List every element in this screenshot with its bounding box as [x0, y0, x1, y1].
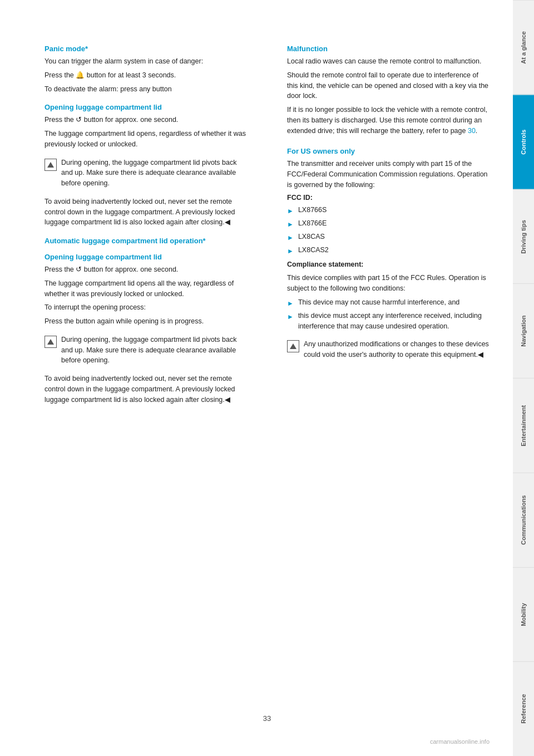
- fcc-id-value: LX8766E: [298, 218, 327, 229]
- note-icon-3: [287, 340, 299, 352]
- auto-text3: To interrupt the opening process:: [44, 302, 248, 313]
- auto-title: Automatic luggage compartment lid operat…: [44, 237, 248, 245]
- panic-mode-text1: You can trigger the alarm system in case…: [44, 56, 248, 67]
- auto-text1: Press the ↺ button for approx. one secon…: [44, 264, 248, 275]
- sidebar-tab-communications[interactable]: Communications: [513, 473, 534, 567]
- compliance-label: Compliance statement:: [287, 259, 491, 270]
- opening-lid-text1: Press the ↺ button for approx. one secon…: [44, 115, 248, 125]
- fcc-title: For US owners only: [287, 147, 491, 155]
- auto-text4: Press the button again while opening is …: [44, 316, 248, 327]
- fcc-id-value: LX8CAS: [298, 232, 325, 242]
- opening-lid-text2: The luggage compartment lid opens, regar…: [44, 129, 248, 150]
- note-icon-1: [44, 159, 57, 171]
- left-column: Panic mode* You can trigger the alarm sy…: [44, 45, 259, 711]
- triangle-icon-3: [290, 343, 296, 349]
- list-item: ► LX8CAS: [287, 232, 491, 243]
- fcc-id-list: ► LX8766S ► LX8766E ► LX8CAS ► LX8CAS2: [287, 205, 491, 256]
- auto-sub-title: Opening luggage compartment lid: [44, 253, 248, 261]
- auto-text2: The luggage compartment lid opens all th…: [44, 278, 248, 300]
- bullet-arrow-icon: ►: [287, 219, 294, 229]
- list-item: ► LX8766E: [287, 218, 491, 229]
- malfunction-text3: If it is no longer possible to lock the …: [287, 105, 491, 136]
- bullet-arrow-icon: ►: [287, 312, 294, 322]
- right-column: Malfunction Local radio waves can cause …: [281, 45, 491, 711]
- panic-mode-text3: To deactivate the alarm: press any butto…: [44, 84, 248, 95]
- bullet-arrow-icon: ►: [287, 246, 294, 256]
- malfunction-text1: Local radio waves can cause the remote c…: [287, 56, 491, 67]
- fcc-id-value: LX8766S: [298, 205, 327, 215]
- note-icon-2: [44, 336, 57, 348]
- list-item: ► this device must accept any interferen…: [287, 311, 491, 332]
- bullet-arrow-icon: ►: [287, 206, 294, 216]
- fcc-text1: The transmitter and receiver units compl…: [287, 159, 491, 190]
- watermark: carmanualsonline.info: [430, 738, 490, 745]
- opening-lid-text3: To avoid being inadvertently locked out,…: [44, 197, 248, 228]
- opening-lid-note-box: During opening, the luggage compartment …: [44, 154, 248, 192]
- malfunction-text2: Should the remote control fail to operat…: [287, 70, 491, 101]
- fcc-id-label: FCC ID:: [287, 194, 491, 202]
- panic-mode-title: Panic mode*: [44, 45, 248, 53]
- auto-text5: To avoid being inadvertently locked out,…: [44, 374, 248, 405]
- list-item: ► LX8766S: [287, 205, 491, 216]
- auto-note1: During opening, the luggage compartment …: [61, 335, 248, 366]
- list-item: ► LX8CAS2: [287, 245, 491, 256]
- compliance-note-box: Any unauthorized modifications or change…: [287, 336, 491, 364]
- sidebar-tab-entertainment[interactable]: Entertainment: [513, 378, 534, 473]
- malfunction-title: Malfunction: [287, 45, 491, 53]
- compliance-note-text: Any unauthorized modifications or change…: [304, 339, 491, 360]
- sidebar-tab-navigation[interactable]: Navigation: [513, 283, 534, 378]
- fcc-id-value: LX8CAS2: [298, 245, 329, 256]
- bullet-arrow-icon: ►: [287, 298, 294, 308]
- sidebar-tab-driving-tips[interactable]: Driving tips: [513, 189, 534, 284]
- compliance-bullet-2: this device must accept any interference…: [298, 311, 491, 332]
- opening-lid-note1: During opening, the luggage compartment …: [61, 158, 248, 189]
- opening-lid-title: Opening luggage compartment lid: [44, 103, 248, 111]
- panic-mode-text2: Press the 🔔 button for at least 3 second…: [44, 70, 248, 81]
- list-item: ► This device may not cause harmful inte…: [287, 297, 491, 308]
- compliance-bullet-1: This device may not cause harmful interf…: [298, 297, 459, 308]
- page-number: 33: [263, 714, 271, 723]
- triangle-icon-2: [47, 339, 54, 345]
- bullet-arrow-icon: ►: [287, 233, 294, 243]
- sidebar-tab-controls[interactable]: Controls: [513, 95, 534, 189]
- page-container: Panic mode* You can trigger the alarm sy…: [0, 0, 534, 756]
- compliance-bullets-list: ► This device may not cause harmful inte…: [287, 297, 491, 332]
- compliance-text1: This device complies with part 15 of the…: [287, 273, 491, 294]
- sidebar-tab-mobility[interactable]: Mobility: [513, 567, 534, 662]
- auto-note-box: During opening, the luggage compartment …: [44, 331, 248, 369]
- sidebar: At a glance Controls Driving tips Naviga…: [513, 0, 534, 756]
- main-content: Panic mode* You can trigger the alarm sy…: [0, 0, 513, 756]
- triangle-icon-1: [47, 162, 54, 168]
- page-link[interactable]: 30: [468, 127, 476, 135]
- sidebar-tab-at-a-glance[interactable]: At a glance: [513, 0, 534, 95]
- sidebar-tab-reference[interactable]: Reference: [513, 661, 534, 756]
